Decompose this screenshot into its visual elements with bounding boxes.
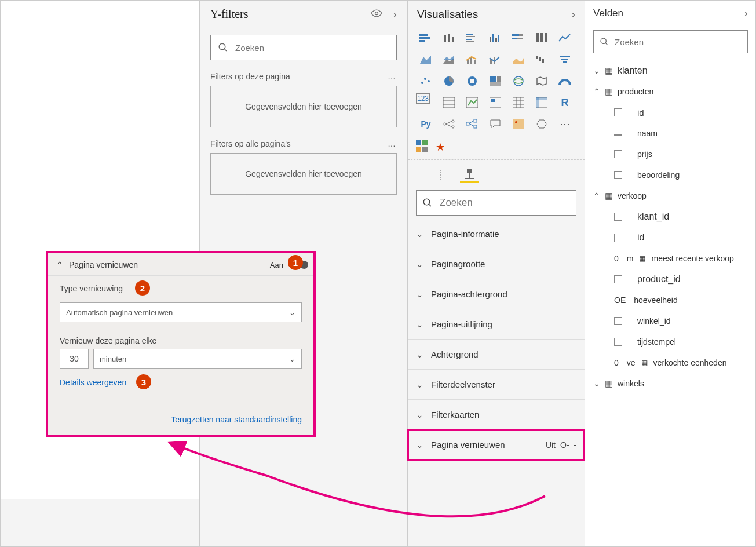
filters-header: Y-filters › (200, 1, 407, 25)
matrix-icon[interactable] (532, 93, 552, 112)
format-tab-icon[interactable] (460, 167, 479, 183)
table-winkels[interactable]: ⌄▦winkels (593, 373, 754, 394)
treemap-icon[interactable] (485, 72, 505, 90)
refresh-type-select[interactable]: Automatisch pagina vernieuwen ⌄ (60, 302, 302, 322)
field-tijdstempel[interactable]: tijdstempel (593, 331, 754, 352)
scatter-icon[interactable] (416, 72, 436, 90)
card-icon[interactable]: 123 (416, 93, 430, 104)
donut-icon[interactable] (462, 72, 482, 90)
filters-page-dropzone[interactable]: Gegevensvelden hier toevoegen (210, 86, 397, 127)
arcgis-icon[interactable] (532, 115, 552, 133)
field-winkel-id[interactable]: winkel_id (593, 311, 754, 331)
format-search-input[interactable] (439, 196, 570, 209)
interval-value-input[interactable]: 30 (60, 349, 89, 369)
interval-label: Vernieuw deze pagina elke (60, 336, 302, 345)
svg-point-1 (219, 43, 225, 50)
chevron-up-icon[interactable]: ⌃ (56, 260, 63, 269)
svg-rect-72 (513, 119, 524, 129)
svg-line-66 (446, 124, 452, 127)
line-clustered-icon[interactable] (485, 50, 505, 69)
star-icon[interactable]: ★ (436, 141, 445, 154)
field-product-id[interactable]: product_id (593, 269, 754, 290)
ribbon-chart-icon[interactable] (509, 50, 528, 69)
section-page-align[interactable]: ⌄Pagina-uitlijning (408, 309, 585, 340)
section-background[interactable]: ⌄Achtergrond (408, 340, 585, 370)
format-search[interactable] (416, 190, 576, 216)
svg-rect-32 (536, 56, 538, 59)
field-meest-recente[interactable]: 0m▦meest recente verkoop (593, 248, 754, 269)
section-page-size[interactable]: ⌄Paginagrootte (408, 249, 585, 279)
qa-icon[interactable] (485, 115, 505, 133)
field-beoordeling[interactable]: beoordeling (593, 165, 754, 185)
more-icon[interactable]: … (388, 72, 397, 81)
section-page-info[interactable]: ⌄Pagina-informatie (408, 219, 585, 249)
svg-line-71 (469, 123, 474, 126)
waterfall-icon[interactable] (532, 50, 552, 69)
fields-search-input[interactable] (613, 37, 742, 48)
field-klant-id[interactable]: klant_id (593, 206, 754, 227)
pie-icon[interactable] (439, 72, 459, 90)
filled-map-icon[interactable] (532, 72, 552, 90)
field-verkochte[interactable]: 0ve▦verkochte eenheden (593, 352, 754, 373)
python-visual-icon[interactable]: Py (416, 115, 436, 133)
field-prijs[interactable]: prijs (593, 144, 754, 165)
chevron-right-icon[interactable]: › (571, 8, 575, 21)
section-page-refresh[interactable]: ⌄ Pagina vernieuwen Uit O- - (408, 430, 585, 460)
clustered-column-icon[interactable] (485, 29, 505, 48)
stacked-bar-icon[interactable] (416, 29, 436, 48)
funnel-icon[interactable] (555, 50, 575, 69)
area-chart-icon[interactable] (416, 50, 436, 69)
svg-rect-8 (452, 37, 454, 42)
filters-all-section: Filters op alle pagina's … Gegevensvelde… (210, 139, 397, 195)
chevron-right-icon[interactable]: › (744, 6, 748, 20)
fields-tab-icon[interactable] (424, 167, 443, 183)
narrative-icon[interactable] (509, 115, 528, 133)
section-filter-cards[interactable]: ⌄Filterkaarten (408, 400, 585, 430)
decomposition-tree-icon[interactable] (462, 115, 482, 133)
gauge-icon[interactable] (555, 72, 575, 90)
field-hoeveelheid[interactable]: OEhoeveelheid (593, 290, 754, 311)
reset-link[interactable]: Terugzetten naar standaardinstelling (171, 415, 302, 424)
line-chart-icon[interactable] (555, 29, 575, 48)
stacked-area-icon[interactable] (439, 50, 459, 69)
table-icon[interactable] (509, 93, 528, 112)
filters-all-dropzone[interactable]: Gegevensvelden hier toevoegen (210, 153, 397, 195)
interval-unit-select[interactable]: minuten ⌄ (93, 349, 302, 369)
field-id[interactable]: id (593, 102, 754, 123)
field-id2[interactable]: id (593, 227, 754, 248)
svg-rect-36 (561, 59, 568, 60)
stacked-column-icon[interactable] (439, 29, 459, 48)
details-link[interactable]: Details weergeven (60, 378, 126, 387)
slicer-icon[interactable] (485, 93, 505, 112)
filters-search[interactable] (210, 35, 397, 60)
kpi-icon[interactable] (462, 93, 482, 112)
custom-visual-icon[interactable] (416, 140, 428, 154)
section-filter-pane[interactable]: ⌄Filterdeelvenster (408, 370, 585, 400)
multi-card-icon[interactable] (439, 93, 459, 112)
map-icon[interactable] (509, 72, 528, 90)
filters-search-input[interactable] (234, 42, 389, 53)
fields-search[interactable] (593, 30, 748, 53)
svg-marker-24 (420, 56, 431, 64)
section-page-bg[interactable]: ⌄Pagina-achtergrond (408, 279, 585, 309)
hundred-column-icon[interactable] (532, 29, 552, 48)
svg-rect-3 (419, 34, 428, 36)
svg-point-83 (423, 199, 430, 205)
toggle-off-icon[interactable]: O- - (560, 440, 576, 450)
line-column-icon[interactable] (462, 50, 482, 69)
eye-icon[interactable] (371, 8, 382, 21)
clustered-bar-icon[interactable] (462, 29, 482, 48)
table-producten[interactable]: ⌃▦producten (593, 81, 754, 102)
hundred-bar-icon[interactable] (509, 29, 528, 48)
table-verkoop[interactable]: ⌃▦verkoop (593, 185, 754, 206)
chevron-right-icon[interactable]: › (393, 8, 397, 21)
more-icon[interactable]: … (388, 139, 397, 148)
field-naam[interactable]: naam (593, 123, 754, 144)
key-influencers-icon[interactable] (439, 115, 459, 133)
svg-point-40 (428, 80, 430, 82)
type-label: Type vernieuwing (60, 284, 123, 293)
table-klanten[interactable]: ⌄▦klanten (593, 60, 754, 81)
more-visuals-icon[interactable]: ⋯ (555, 115, 575, 133)
svg-rect-10 (466, 36, 475, 37)
r-visual-icon[interactable]: R (555, 93, 575, 112)
